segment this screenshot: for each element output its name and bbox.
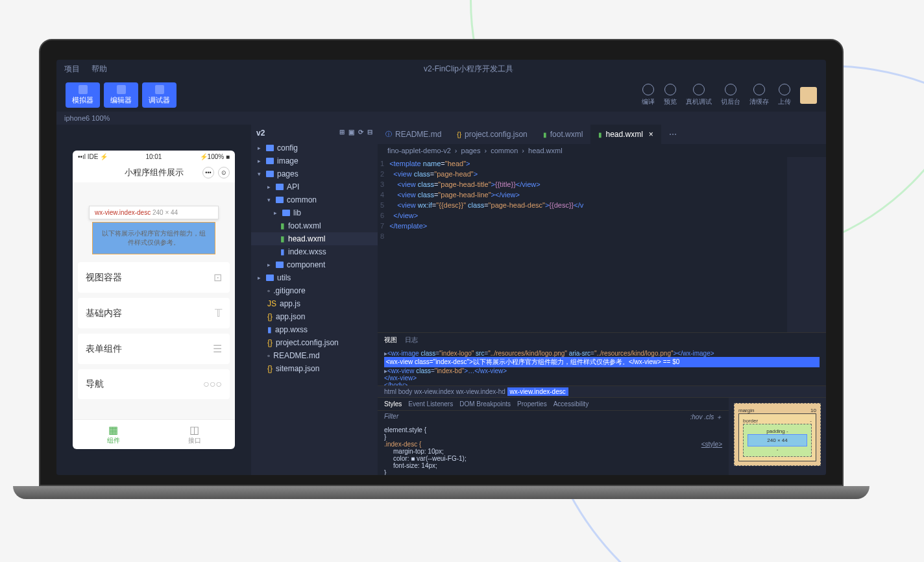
new-file-icon[interactable]: ⊞ (339, 128, 345, 138)
tab-components[interactable]: ▦组件 (73, 420, 154, 449)
devtab-view[interactable]: 视图 (384, 336, 397, 345)
file-app-js[interactable]: JSapp.js (251, 297, 378, 310)
box-model: margin 10 border - padding - 240 × 44 - (729, 398, 826, 475)
tab-api[interactable]: ◫接口 (154, 420, 235, 449)
debugger-button[interactable]: 调试器 (142, 82, 176, 108)
file-gitignore[interactable]: ◦.gitignore (251, 284, 378, 297)
styletab-a11y[interactable]: Accessibility (553, 400, 589, 408)
styletab-props[interactable]: Properties (517, 400, 547, 408)
tab-more[interactable]: ⋯ (661, 125, 685, 144)
new-folder-icon[interactable]: ▣ (348, 128, 354, 138)
breadcrumb: fino-applet-demo-v2›pages›common›head.wx… (378, 144, 826, 157)
refresh-icon[interactable]: ⟳ (358, 128, 363, 138)
folder-lib[interactable]: ▸lib (251, 206, 378, 219)
dom-tree[interactable]: ▸<wx-image class="index-logo" src="../re… (378, 347, 826, 385)
folder-config[interactable]: ▸config (251, 141, 378, 154)
folder-component[interactable]: ▸component (251, 258, 378, 271)
css-rules[interactable]: element.style { } .index-desc {<style> m… (378, 424, 729, 475)
dots-icon: ○○○ (203, 378, 222, 390)
devtab-log[interactable]: 日志 (405, 336, 418, 345)
folder-image[interactable]: ▸image (251, 154, 378, 167)
devtools-panel: 视图 日志 ▸<wx-image class="index-logo" src=… (378, 332, 826, 475)
file-readme[interactable]: ◦README.md (251, 349, 378, 362)
preview-button[interactable]: 预览 (664, 84, 677, 106)
category-navigation[interactable]: 导航○○○ (78, 369, 230, 399)
file-app-wxss[interactable]: ▮app.wxss (251, 323, 378, 336)
simulator-panel: ••ıl IDE ⚡ 10:01 ⚡100% ■ 小程序组件展示 •••⊙ wx… (56, 125, 251, 475)
tab-project-config[interactable]: {}project.config.json (449, 125, 535, 144)
folder-api[interactable]: ▸API (251, 180, 378, 193)
file-explorer: v2 ⊞▣⟳⊟ ▸config ▸image ▾pages ▸API ▾comm… (251, 125, 378, 475)
minimap[interactable] (787, 157, 826, 332)
remote-debug-button[interactable]: 真机调试 (686, 84, 712, 106)
battery-icon: ⚡100% ■ (200, 153, 230, 160)
phone-title: 小程序组件展示 (125, 167, 184, 178)
text-icon: 𝕋 (215, 307, 222, 319)
menu-dots-icon[interactable]: ••• (202, 167, 214, 178)
styletab-dom[interactable]: DOM Breakpoints (459, 400, 511, 408)
phone-frame: ••ıl IDE ⚡ 10:01 ⚡100% ■ 小程序组件展示 •••⊙ wx… (73, 151, 235, 449)
editor-panel: ⓘREADME.md {}project.config.json ▮foot.w… (378, 125, 826, 475)
tab-head[interactable]: ▮head.wxml× (590, 125, 661, 144)
avatar[interactable] (800, 87, 817, 104)
dom-breadcrumb[interactable]: html body wx-view.index wx-view.index-hd… (378, 385, 826, 397)
collapse-icon[interactable]: ⊟ (367, 128, 372, 138)
menu-help[interactable]: 帮助 (91, 64, 107, 75)
grid-icon: ▦ (77, 424, 150, 436)
phone-time: 10:01 (145, 153, 162, 160)
device-info: iphone6 100% (56, 112, 826, 125)
category-basic-content[interactable]: 基础内容𝕋 (78, 298, 230, 328)
line-gutter: 12345678 (378, 157, 389, 332)
tab-foot[interactable]: ▮foot.wxml (535, 125, 591, 144)
list-icon: ☰ (213, 343, 222, 355)
code-editor[interactable]: 12345678 <template name="head"> <view cl… (378, 157, 826, 332)
category-view-container[interactable]: 视图容器⊡ (78, 262, 230, 293)
carrier-icon: ••ıl IDE ⚡ (78, 153, 108, 160)
file-index-wxss[interactable]: ▮index.wxss (251, 245, 378, 258)
file-head-wxml[interactable]: ▮head.wxml (251, 232, 378, 245)
cube-icon: ◫ (158, 424, 231, 436)
editor-button[interactable]: 编辑器 (104, 82, 138, 108)
toolbar: 模拟器 编辑器 调试器 编译 预览 真机调试 切后台 清缓存 上传 (56, 79, 826, 112)
highlighted-element: 以下将展示小程序官方组件能力，组件样式仅供参考。 (92, 222, 215, 254)
folder-pages[interactable]: ▾pages (251, 167, 378, 180)
clear-cache-button[interactable]: 清缓存 (749, 84, 769, 106)
category-form[interactable]: 表单组件☰ (78, 334, 230, 364)
upload-button[interactable]: 上传 (778, 84, 791, 106)
file-app-json[interactable]: {}app.json (251, 310, 378, 323)
file-foot-wxml[interactable]: ▮foot.wxml (251, 219, 378, 232)
compile-button[interactable]: 编译 (642, 84, 655, 106)
laptop-mockup: 项目 帮助 v2-FinClip小程序开发工具 模拟器 编辑器 调试器 编译 预… (39, 39, 844, 499)
folder-common[interactable]: ▾common (251, 193, 378, 206)
container-icon: ⊡ (213, 271, 222, 284)
background-button[interactable]: 切后台 (721, 84, 740, 106)
tab-readme[interactable]: ⓘREADME.md (378, 125, 449, 144)
folder-utils[interactable]: ▸utils (251, 271, 378, 284)
simulator-button[interactable]: 模拟器 (66, 82, 100, 108)
file-project-config[interactable]: {}project.config.json (251, 336, 378, 349)
close-icon[interactable]: ⊙ (218, 167, 230, 178)
filter-input[interactable]: Filter (384, 413, 398, 422)
window-title: v2-FinClip小程序开发工具 (119, 64, 818, 75)
styletab-events[interactable]: Event Listeners (408, 400, 453, 408)
menu-project[interactable]: 项目 (64, 64, 80, 75)
file-sitemap[interactable]: {}sitemap.json (251, 362, 378, 375)
menubar: 项目 帮助 v2-FinClip小程序开发工具 (56, 60, 826, 79)
styletab-styles[interactable]: Styles (384, 400, 402, 408)
project-root: v2 (256, 128, 265, 138)
element-tooltip: wx-view.index-desc 240 × 44 (89, 206, 219, 219)
close-tab-icon[interactable]: × (649, 130, 653, 139)
hov-cls-buttons[interactable]: :hov .cls ＋ (690, 413, 722, 422)
